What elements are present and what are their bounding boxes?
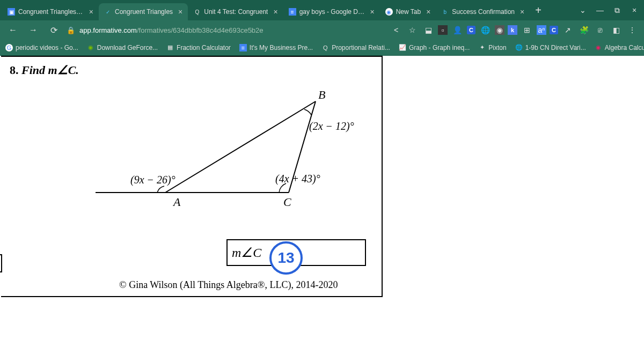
ext-icon-2[interactable]: 👤 — [451, 24, 464, 36]
url-domain: app.formative.com — [79, 26, 137, 34]
tab-2[interactable]: Q Unit 4 Test: Congruent × — [188, 3, 283, 20]
triangle-figure: B A C (9x − 26)° (2x − 12)° (4x + 43)° — [85, 88, 407, 217]
bookmark-geforce[interactable]: ◉ Download GeForce... — [87, 44, 158, 51]
lock-icon: 🔒 — [67, 26, 75, 34]
graph-icon: 📈 — [399, 44, 406, 51]
bookmark-label: Graph - Graph ineq... — [409, 44, 470, 51]
url-path: /formatives/634dbbfb38c4d4e693ce5b2e — [137, 26, 264, 34]
bookmark-graph[interactable]: 📈 Graph - Graph ineq... — [399, 44, 470, 51]
forward-button[interactable]: → — [26, 23, 41, 38]
tab-title: Success Confirmation — [452, 8, 515, 16]
install-icon[interactable]: ⬓ — [422, 24, 435, 36]
algebra-icon: ◉ — [595, 44, 602, 51]
back-button[interactable]: ← — [5, 23, 20, 38]
reload-button[interactable]: ⟳ — [46, 23, 61, 38]
menu-icon[interactable]: ⋮ — [626, 24, 639, 36]
maximize-button[interactable]: ⧉ — [610, 3, 625, 18]
bookmark-label: Algebra Calculator... — [605, 44, 644, 51]
extensions-icon[interactable]: 🧩 — [577, 24, 590, 36]
badge-value: 13 — [277, 249, 294, 267]
vertex-b-label: B — [318, 88, 325, 102]
ext-icon-1[interactable]: ▫ — [438, 25, 448, 35]
ext-icon-4[interactable]: ◉ — [495, 25, 504, 35]
tab-5[interactable]: b Success Confirmation × — [436, 3, 530, 20]
tab-icon: ✓ — [104, 8, 112, 16]
response-badge[interactable]: 13 — [269, 241, 303, 275]
calc-icon: ▦ — [166, 44, 174, 51]
bookmark-periodic-videos[interactable]: G periodic videos - Go... — [5, 44, 78, 51]
bookmark-label: It's My Business Pre... — [250, 44, 313, 51]
ext-icon-6[interactable]: ↗ — [561, 24, 574, 36]
tab-title: gay boys - Google Docs — [299, 8, 365, 16]
cast-icon[interactable]: ⎚ — [594, 24, 606, 36]
new-tab-button[interactable]: + — [530, 4, 547, 17]
pixton-icon: ✦ — [478, 44, 486, 51]
sidepanel-icon[interactable]: ◧ — [610, 24, 623, 36]
problem-container: 8. Find m∠C. B A C (9x − 26)° (2x − 12)°… — [1, 56, 383, 297]
tab-title: Congruent Triangles TE — [18, 8, 84, 16]
problem-number: 8. — [10, 63, 19, 77]
problem-title: 8. Find m∠C. — [10, 63, 373, 77]
bookmark-label: periodic videos - Go... — [16, 44, 78, 51]
page-content: 8. Find m∠C. B A C (9x − 26)° (2x − 12)°… — [0, 56, 644, 362]
tab-icon: b — [441, 8, 449, 16]
angle-b-label: (2x − 12)° — [309, 120, 354, 132]
chrome-icon: ◉ — [385, 8, 393, 16]
close-icon[interactable]: × — [178, 8, 182, 16]
bookmark-business[interactable]: ≡ It's My Business Pre... — [239, 44, 313, 51]
angle-a-label: (9x − 26)° — [130, 174, 175, 186]
ext-icon-5[interactable]: aⁿ — [537, 25, 546, 35]
answer-label: m∠C — [232, 245, 261, 260]
tabs-row: ▣ Congruent Triangles TE × ✓ Congruent T… — [0, 0, 644, 20]
tab-3[interactable]: ≡ gay boys - Google Docs × — [283, 3, 380, 20]
bookmark-label: 1-9b CN Direct Vari... — [525, 44, 586, 51]
minimize-button[interactable]: — — [592, 3, 608, 18]
tab-title: New Tab — [396, 8, 421, 16]
url-bar[interactable]: 🔒 app.formative.com/formatives/634dbbfb3… — [67, 26, 384, 34]
ext-icon-grid[interactable]: ⊞ — [521, 24, 533, 36]
tab-0[interactable]: ▣ Congruent Triangles TE × — [2, 3, 99, 20]
bookmarks-row: G periodic videos - Go... ◉ Download GeF… — [0, 40, 644, 56]
bookmark-label: Pixton — [488, 44, 506, 51]
problem-prompt: Find m∠C. — [21, 63, 79, 77]
close-icon[interactable]: × — [520, 8, 524, 16]
bookmark-label: Fraction Calculator — [177, 44, 231, 51]
tab-icon: ▣ — [8, 8, 15, 16]
doc-icon: ≡ — [239, 44, 247, 51]
globe-icon: 🌐 — [515, 44, 523, 51]
search-icon: Q — [321, 44, 329, 51]
share-icon[interactable]: < — [390, 24, 402, 36]
close-icon[interactable]: × — [370, 8, 374, 16]
google-icon: G — [5, 44, 13, 51]
copyright-text: © Gina Wilson (All Things Algebra®, LLC)… — [119, 279, 338, 291]
tab-title: Unit 4 Test: Congruent — [204, 8, 268, 16]
vertex-a-label: A — [173, 195, 180, 209]
tab-title: Congruent Triangles — [115, 8, 173, 16]
tab-1[interactable]: ✓ Congruent Triangles × — [99, 3, 188, 20]
ext-icon-c2[interactable]: C — [550, 26, 558, 34]
search-icon: Q — [193, 8, 201, 16]
close-window-button[interactable]: × — [627, 3, 642, 18]
nvidia-icon: ◉ — [87, 44, 94, 51]
triangle-svg — [85, 88, 364, 211]
close-icon[interactable]: × — [273, 8, 277, 16]
bookmark-pixton[interactable]: ✦ Pixton — [478, 44, 506, 51]
chevron-down-icon[interactable]: ⌄ — [575, 3, 590, 18]
bookmark-cn[interactable]: 🌐 1-9b CN Direct Vari... — [515, 44, 586, 51]
bookmark-label: Proportional Relati... — [332, 44, 390, 51]
close-icon[interactable]: × — [426, 8, 430, 16]
tab-4[interactable]: ◉ New Tab × — [380, 3, 436, 20]
bookmark-proportional[interactable]: Q Proportional Relati... — [321, 44, 390, 51]
bookmark-label: Download GeForce... — [97, 44, 158, 51]
bookmark-algebra[interactable]: ◉ Algebra Calculator... — [595, 44, 644, 51]
vertex-c-label: C — [283, 195, 291, 209]
close-icon[interactable]: × — [89, 8, 93, 16]
bookmark-fraction[interactable]: ▦ Fraction Calculator — [166, 44, 231, 51]
star-icon[interactable]: ☆ — [406, 24, 419, 36]
ext-icon-k[interactable]: k — [508, 25, 517, 35]
nav-row: ← → ⟳ 🔒 app.formative.com/formatives/634… — [0, 20, 644, 40]
docs-icon: ≡ — [289, 8, 296, 16]
ext-icon-c[interactable]: C — [467, 26, 475, 34]
angle-c-label: (4x + 43)° — [275, 173, 320, 185]
ext-icon-3[interactable]: 🌐 — [479, 24, 492, 36]
